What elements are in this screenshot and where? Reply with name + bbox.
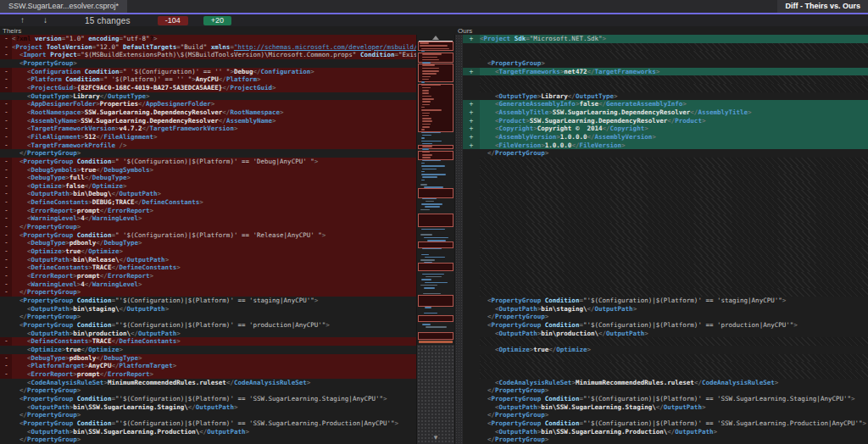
filler-line[interactable] [463, 280, 868, 289]
code-line[interactable]: <OutputPath>bin\staging\</OutputPath> [463, 305, 868, 314]
code-line[interactable]: <OutputPath>bin\SSW.SugarLearning.Stagin… [0, 403, 416, 412]
code-line[interactable]: <OutputPath>bin\SSW.SugarLearning.Stagin… [463, 403, 868, 412]
next-change-button[interactable]: ↓ [43, 14, 47, 26]
filler-line[interactable] [463, 231, 868, 240]
code-line[interactable]: </PropertyGroup> [0, 313, 416, 321]
filler-line[interactable] [463, 198, 868, 207]
filler-line[interactable] [463, 190, 868, 198]
code-line[interactable]: - <WarningLevel>4</WarningLevel> [0, 280, 416, 289]
code-line[interactable]: <PropertyGroup Condition="'$(Configurati… [463, 321, 868, 330]
code-line[interactable]: - <Optimize>false</Optimize> [0, 182, 416, 191]
code-line[interactable]: <PropertyGroup> [0, 59, 416, 68]
filler-line[interactable] [463, 288, 868, 297]
code-line[interactable]: - </PropertyGroup> [0, 288, 416, 297]
filler-line[interactable] [463, 247, 868, 256]
editor-tab[interactable]: SSW.SugarLear...esolver.csproj* [0, 0, 127, 13]
code-line[interactable]: - <ErrorReport>prompt</ErrorReport> [0, 207, 416, 215]
code-line[interactable]: - </PropertyGroup> [0, 223, 416, 231]
code-line[interactable]: <PropertyGroup Condition="'$(Configurati… [0, 395, 416, 403]
code-line[interactable]: <CodeAnalysisRuleSet>MinimumRecommendedR… [463, 379, 868, 387]
filler-line[interactable] [463, 75, 868, 84]
filler-line[interactable] [463, 354, 868, 363]
right-code-pane[interactable]: +<Project Sdk="Microsoft.NET.Sdk"> <Prop… [455, 35, 868, 444]
code-line[interactable]: </PropertyGroup> [0, 411, 416, 419]
filler-line[interactable] [463, 51, 868, 59]
code-line[interactable]: - <AssemblyName>SSW.SugarLearning.Depend… [0, 117, 416, 125]
diff-mode-label[interactable]: Diff - Theirs vs. Ours [777, 0, 868, 13]
filler-line[interactable] [463, 370, 868, 379]
filler-line[interactable] [463, 182, 868, 191]
code-line[interactable]: </PropertyGroup> [0, 149, 416, 158]
code-line[interactable]: <OutputPath>bin\staging\</OutputPath> [0, 305, 416, 314]
previous-change-button[interactable]: ↑ [20, 14, 25, 26]
minimap[interactable]: ▾ [416, 35, 455, 444]
code-line[interactable]: - <Configuration Condition=" '$(Configur… [0, 68, 416, 76]
code-line[interactable]: - <ProjectGuid>{82FC9AC0-168C-4019-BA27-… [0, 84, 416, 92]
code-line[interactable]: - <RootNamespace>SSW.SugarLearning.Depen… [0, 108, 416, 117]
filler-line[interactable] [463, 43, 868, 52]
code-line[interactable]: <PropertyGroup Condition="'$(Configurati… [0, 419, 416, 428]
code-line[interactable]: </PropertyGroup> [463, 436, 868, 444]
code-line[interactable]: <OutputPath>bin\production\</OutputPath> [463, 330, 868, 338]
code-line[interactable]: + <Product>SSW.SugarLearning.DependencyR… [463, 117, 868, 125]
code-line[interactable]: - <TargetFrameworkProfile /> [0, 142, 416, 150]
code-line[interactable]: - <Import Project="$(MSBuildExtensionsPa… [0, 51, 416, 59]
code-line[interactable]: <OutputPath>bin\production\</OutputPath> [0, 330, 416, 338]
code-line[interactable]: </PropertyGroup> [463, 149, 868, 158]
code-line[interactable]: </PropertyGroup> [463, 313, 868, 321]
code-line[interactable]: -<Project ToolsVersion="12.0" DefaultTar… [0, 43, 416, 52]
code-line[interactable]: - <DefineConstants>DEBUG;TRACE</DefineCo… [0, 198, 416, 207]
code-line[interactable]: - <Optimize>true</Optimize> [0, 247, 416, 256]
filler-line[interactable] [463, 166, 868, 175]
filler-line[interactable] [463, 174, 868, 182]
filler-line[interactable] [463, 158, 868, 166]
filler-line[interactable] [463, 337, 868, 346]
code-line[interactable]: + <FileVersion>1.0.0.0</FileVersion> [463, 142, 868, 150]
code-line[interactable]: - <PropertyGroup Condition=" '$(Configur… [0, 231, 416, 240]
code-line[interactable]: </PropertyGroup> [463, 386, 868, 395]
code-line[interactable]: <PropertyGroup Condition="'$(Configurati… [0, 297, 416, 305]
code-line[interactable]: </PropertyGroup> [463, 411, 868, 419]
code-line[interactable]: - <PropertyGroup Condition=" '$(Configur… [0, 158, 416, 166]
code-line[interactable]: </PropertyGroup> [0, 386, 416, 395]
filler-line[interactable] [463, 223, 868, 231]
code-line[interactable]: <OutputPath>bin\SSW.SugarLearning.Produc… [0, 428, 416, 436]
code-line[interactable]: - <ErrorReport>prompt</ErrorReport> [0, 370, 416, 379]
code-line[interactable]: - <PlatformTarget>AnyCPU</PlatformTarget… [0, 362, 416, 370]
code-line[interactable]: + <TargetFrameworks>net472</TargetFramew… [463, 68, 868, 76]
filler-line[interactable] [463, 239, 868, 247]
code-line[interactable]: <PropertyGroup Condition="'$(Configurati… [463, 419, 868, 428]
code-line[interactable]: - <DebugSymbols>true</DebugSymbols> [0, 166, 416, 175]
code-line[interactable]: <OutputPath>bin\SSW.SugarLearning.Produc… [463, 428, 868, 436]
code-line[interactable]: <OutputType>Library</OutputType> [463, 92, 868, 101]
code-line[interactable]: <PropertyGroup Condition="'$(Configurati… [463, 395, 868, 403]
code-line[interactable]: - <DefineConstants>TRACE</DefineConstant… [0, 337, 416, 346]
code-line[interactable]: - <ErrorReport>prompt</ErrorReport> [0, 272, 416, 280]
code-line[interactable]: + <AssemblyTitle>SSW.SugarLearning.Depen… [463, 108, 868, 117]
code-line[interactable]: <Optimize>true</Optimize> [0, 346, 416, 354]
code-line[interactable]: -<?xml version="1.0" encoding="utf-8"?> [0, 35, 416, 43]
code-line[interactable]: <CodeAnalysisRuleSet>MinimumRecommendedR… [0, 379, 416, 387]
code-line[interactable]: - <OutputPath>bin\Debug\</OutputPath> [0, 190, 416, 198]
scroll-down-button[interactable]: ▾ [417, 434, 454, 441]
code-line[interactable]: + <GenerateAssemblyInfo>false</GenerateA… [463, 100, 868, 108]
code-line[interactable]: - <FileAlignment>512</FileAlignment> [0, 133, 416, 142]
filler-line[interactable] [463, 207, 868, 215]
filler-line[interactable] [463, 272, 868, 280]
code-line[interactable]: <PropertyGroup> [463, 59, 868, 68]
code-line[interactable]: </PropertyGroup> [0, 436, 416, 444]
code-line[interactable]: - <TargetFrameworkVersion>v4.7.2</Target… [0, 125, 416, 133]
code-line[interactable]: - <Platform Condition=" '$(Platform)' ==… [0, 75, 416, 84]
code-line[interactable]: + <Copyright>Copyright © 2014</Copyright… [463, 125, 868, 133]
filler-line[interactable] [463, 264, 868, 272]
code-line[interactable]: <PropertyGroup Condition="'$(Configurati… [0, 321, 416, 330]
code-line[interactable]: - <DefineConstants>TRACE</DefineConstant… [0, 264, 416, 272]
code-line[interactable]: - <OutputPath>bin\Release\</OutputPath> [0, 256, 416, 264]
filler-line[interactable] [463, 362, 868, 370]
code-line[interactable]: - <WarningLevel>4</WarningLevel> [0, 214, 416, 223]
code-line[interactable]: - <DebugType>pdbonly</DebugType> [0, 239, 416, 247]
code-line[interactable]: +<Project Sdk="Microsoft.NET.Sdk"> [463, 35, 868, 43]
code-line[interactable]: <PropertyGroup Condition="'$(Configurati… [463, 297, 868, 305]
code-line[interactable]: - <AppDesignerFolder>Properties</AppDesi… [0, 100, 416, 108]
left-code-pane[interactable]: -<?xml version="1.0" encoding="utf-8"?>-… [0, 35, 416, 444]
